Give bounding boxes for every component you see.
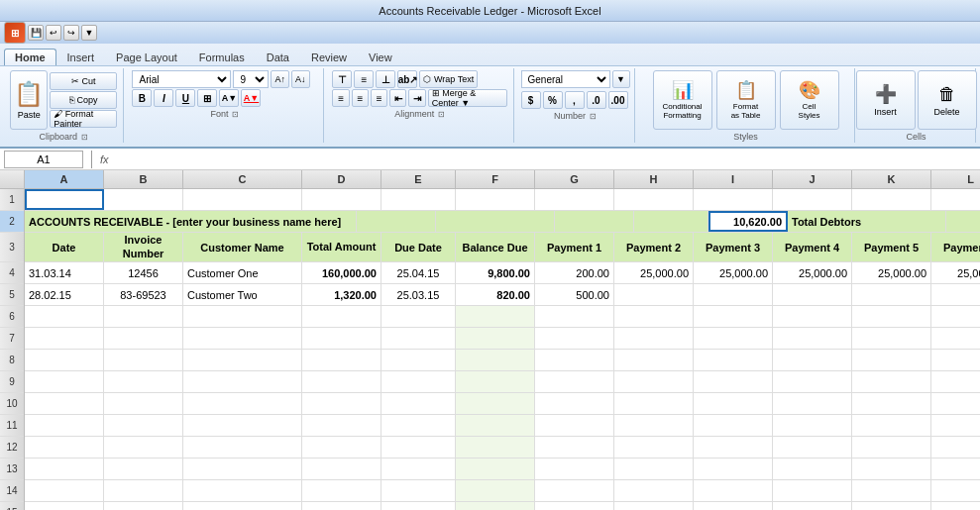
align-left-button[interactable]: ≡ xyxy=(332,89,349,107)
cell-l11[interactable] xyxy=(931,415,980,436)
cell-i3[interactable]: Payment 3 xyxy=(694,233,773,261)
cell-e1[interactable] xyxy=(381,189,456,210)
cell-i5[interactable] xyxy=(694,284,773,305)
cell-c15[interactable] xyxy=(183,502,302,510)
cell-f6[interactable] xyxy=(456,306,535,327)
cell-h15[interactable] xyxy=(614,502,694,510)
cell-d10[interactable] xyxy=(302,393,381,414)
cell-c14[interactable] xyxy=(183,480,302,501)
tab-insert[interactable]: Insert xyxy=(56,49,106,65)
cell-a11[interactable] xyxy=(25,415,104,436)
cell-g9[interactable] xyxy=(535,371,614,392)
font-color-button[interactable]: A▼ xyxy=(241,89,261,107)
row-header-15[interactable]: 15 xyxy=(0,502,24,510)
cell-h8[interactable] xyxy=(614,350,694,370)
row-header-4[interactable]: 4 xyxy=(0,262,24,284)
cell-g5[interactable]: 500.00 xyxy=(535,284,614,305)
cell-i7[interactable] xyxy=(694,328,773,349)
cell-j15[interactable] xyxy=(773,502,852,510)
cell-b13[interactable] xyxy=(104,459,183,479)
row-header-8[interactable]: 8 xyxy=(0,350,24,371)
tab-page-layout[interactable]: Page Layout xyxy=(105,49,188,65)
cell-j14[interactable] xyxy=(773,480,852,501)
cell-d13[interactable] xyxy=(302,459,381,479)
cell-k5[interactable] xyxy=(852,284,931,305)
cell-h6[interactable] xyxy=(614,306,694,327)
font-size-select[interactable]: 9 xyxy=(233,70,269,88)
cell-d14[interactable] xyxy=(302,480,381,501)
save-button[interactable]: 💾 xyxy=(28,25,44,41)
cell-h13[interactable] xyxy=(614,459,694,479)
cell-d2[interactable] xyxy=(555,211,634,232)
cell-b15[interactable] xyxy=(104,502,183,510)
tab-review[interactable]: Review xyxy=(300,49,358,65)
cell-i4[interactable]: 25,000.00 xyxy=(694,262,773,283)
cell-i6[interactable] xyxy=(694,306,773,327)
cell-i10[interactable] xyxy=(694,393,773,414)
col-header-j[interactable]: J xyxy=(773,170,852,188)
cell-j5[interactable] xyxy=(773,284,852,305)
clipboard-expand-icon[interactable]: ⊡ xyxy=(81,133,88,142)
cell-j7[interactable] xyxy=(773,328,852,349)
name-box[interactable] xyxy=(4,151,83,168)
italic-button[interactable]: I xyxy=(154,89,173,107)
cell-g6[interactable] xyxy=(535,306,614,327)
cell-b7[interactable] xyxy=(104,328,183,349)
cell-g11[interactable] xyxy=(535,415,614,436)
cell-e8[interactable] xyxy=(381,350,456,370)
cell-a9[interactable] xyxy=(25,371,104,392)
formula-input[interactable] xyxy=(117,151,976,168)
decrease-font-button[interactable]: A↓ xyxy=(291,70,310,88)
cell-f14[interactable] xyxy=(456,480,535,501)
cell-a13[interactable] xyxy=(25,459,104,479)
col-header-k[interactable]: K xyxy=(852,170,931,188)
cell-k8[interactable] xyxy=(852,350,931,370)
row-header-3[interactable]: 3 xyxy=(0,233,24,262)
cell-e4[interactable]: 25.04.15 xyxy=(381,262,456,283)
cell-a15[interactable] xyxy=(25,502,104,510)
col-header-g[interactable]: G xyxy=(535,170,614,188)
cell-h2[interactable] xyxy=(946,211,980,232)
cell-k7[interactable] xyxy=(852,328,931,349)
tab-view[interactable]: View xyxy=(358,49,403,65)
cell-b8[interactable] xyxy=(104,350,183,370)
cell-f1[interactable] xyxy=(456,189,535,210)
number-expand-icon[interactable]: ⊡ xyxy=(590,112,597,121)
wrap-text-button[interactable]: ⬡ Wrap Text xyxy=(419,70,478,88)
cell-j4[interactable]: 25,000.00 xyxy=(773,262,852,283)
cell-i12[interactable] xyxy=(694,437,773,458)
align-middle-button[interactable]: ≡ xyxy=(354,70,374,88)
cell-a5[interactable]: 28.02.15 xyxy=(25,284,104,305)
cell-l15[interactable] xyxy=(931,502,980,510)
col-header-i[interactable]: I xyxy=(694,170,773,188)
insert-button[interactable]: ➕ Insert xyxy=(856,70,916,130)
cell-d6[interactable] xyxy=(302,306,381,327)
number-format-select[interactable]: General xyxy=(521,70,610,88)
cell-l8[interactable] xyxy=(931,350,980,370)
cell-b4[interactable]: 12456 xyxy=(104,262,183,283)
cell-f4[interactable]: 9,800.00 xyxy=(456,262,535,283)
row-header-6[interactable]: 6 xyxy=(0,306,24,328)
cell-c2[interactable] xyxy=(436,211,555,232)
cell-c9[interactable] xyxy=(183,371,302,392)
cell-d9[interactable] xyxy=(302,371,381,392)
cell-l9[interactable] xyxy=(931,371,980,392)
cell-g12[interactable] xyxy=(535,437,614,458)
cell-d15[interactable] xyxy=(302,502,381,510)
cell-a1[interactable] xyxy=(25,189,104,210)
cell-d3[interactable]: Total Amount xyxy=(302,233,381,261)
cell-c10[interactable] xyxy=(183,393,302,414)
row-header-1[interactable]: 1 xyxy=(0,189,24,211)
cell-e11[interactable] xyxy=(381,415,456,436)
underline-button[interactable]: U xyxy=(175,89,195,107)
cell-c11[interactable] xyxy=(183,415,302,436)
merge-center-button[interactable]: ⊞ Merge & Center ▼ xyxy=(428,89,507,107)
bold-button[interactable]: B xyxy=(132,89,152,107)
cell-a7[interactable] xyxy=(25,328,104,349)
cell-i1[interactable] xyxy=(694,189,773,210)
row-header-5[interactable]: 5 xyxy=(0,284,24,306)
cell-i8[interactable] xyxy=(694,350,773,370)
undo-button[interactable]: ↩ xyxy=(46,25,61,41)
cell-b1[interactable] xyxy=(104,189,183,210)
cell-f11[interactable] xyxy=(456,415,535,436)
